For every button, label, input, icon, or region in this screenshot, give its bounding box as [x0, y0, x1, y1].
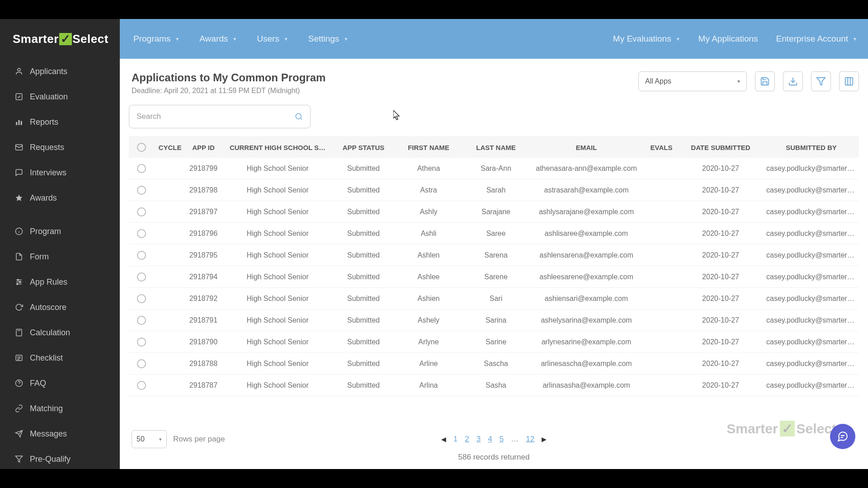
col-status[interactable]: APP STATUS — [334, 144, 393, 151]
table-row[interactable]: 2918790High School SeniorSubmittedArlyne… — [129, 331, 859, 353]
table-row[interactable]: 2918787High School SeniorSubmittedArlina… — [129, 375, 859, 396]
sliders-icon — [14, 277, 24, 286]
sidebar-item-label: Messages — [30, 429, 67, 439]
row-checkbox[interactable] — [137, 359, 146, 368]
row-checkbox[interactable] — [137, 229, 146, 238]
col-date[interactable]: DATE SUBMITTED — [678, 144, 764, 151]
cell-submitted-by: casey.podlucky@smarterselect.c — [764, 316, 859, 324]
chat-button[interactable] — [830, 424, 855, 449]
col-email[interactable]: EMAIL — [528, 144, 645, 151]
row-checkbox[interactable] — [137, 294, 146, 303]
cell-email: ashlysarajane@example.com — [528, 208, 645, 216]
cell-date: 2020-10-27 — [678, 230, 764, 238]
sidebar-item-faq[interactable]: FAQ — [0, 371, 120, 396]
sidebar-item-pre-qualify[interactable]: Pre-Qualify — [0, 446, 120, 469]
cell-email: ashlisaree@example.com — [528, 230, 645, 238]
nav-enterprise-account[interactable]: Enterprise Account▼ — [776, 34, 857, 44]
svg-marker-32 — [16, 456, 23, 462]
cell-app-id: 2918792 — [186, 295, 221, 303]
table-row[interactable]: 2918791High School SeniorSubmittedAshely… — [129, 310, 859, 331]
brand-logo: Smarter✓Select — [0, 19, 120, 59]
nav-my-applications[interactable]: My Applications — [698, 34, 758, 44]
sidebar-item-matching[interactable]: Matching — [0, 396, 120, 421]
table-row[interactable]: 2918794High School SeniorSubmittedAshlee… — [129, 266, 859, 288]
col-subby[interactable]: SUBMITTED BY — [764, 144, 859, 151]
row-checkbox[interactable] — [137, 207, 146, 216]
table-row[interactable]: 2918799High School SeniorSubmittedAthena… — [129, 158, 859, 179]
cell-app-id: 2918798 — [186, 186, 221, 194]
page-1[interactable]: 1 — [453, 435, 458, 444]
sidebar-item-messages[interactable]: Messages — [0, 421, 120, 446]
cell-last-name: Sarajane — [464, 208, 528, 216]
cell-status: Submitted — [334, 381, 393, 389]
table-row[interactable]: 2918797High School SeniorSubmittedAshlyS… — [129, 201, 859, 223]
row-checkbox[interactable] — [137, 251, 146, 260]
save-icon[interactable] — [755, 71, 775, 91]
cell-first-name: Ashly — [393, 208, 464, 216]
page-2[interactable]: 2 — [465, 435, 469, 444]
sidebar-item-reports[interactable]: Reports — [0, 109, 120, 135]
table-row[interactable]: 2918792High School SeniorSubmittedAshien… — [129, 288, 859, 310]
search-input[interactable] — [137, 112, 295, 121]
nav-label: Enterprise Account — [776, 34, 848, 44]
page-4[interactable]: 4 — [488, 435, 492, 444]
row-checkbox[interactable] — [137, 164, 146, 173]
col-last[interactable]: LAST NAME — [464, 144, 528, 151]
nav-settings[interactable]: Settings▼ — [308, 34, 349, 44]
page-3[interactable]: 3 — [476, 435, 481, 444]
top-nav: Programs▼Awards▼Users▼Settings▼ My Evalu… — [120, 19, 868, 59]
col-cycle[interactable]: CYCLE — [154, 144, 186, 151]
col-first[interactable]: FIRST NAME — [393, 144, 464, 151]
download-icon[interactable] — [783, 71, 803, 91]
rows-per-page-select[interactable]: 50 ▾ — [132, 430, 167, 448]
nav-users[interactable]: Users▼ — [257, 34, 288, 44]
sidebar-item-awards[interactable]: Awards — [0, 185, 120, 211]
row-checkbox[interactable] — [137, 186, 146, 195]
nav-awards[interactable]: Awards▼ — [199, 34, 237, 44]
page-prev[interactable]: ◀ — [441, 436, 446, 443]
sidebar-item-interviews[interactable]: Interviews — [0, 160, 120, 185]
table-row[interactable]: 2918796High School SeniorSubmittedAshliS… — [129, 223, 859, 244]
sidebar-item-autoscore[interactable]: Autoscore — [0, 295, 120, 320]
page-12[interactable]: 12 — [526, 435, 534, 444]
table-row[interactable]: 2918788High School SeniorSubmittedArline… — [129, 353, 859, 375]
cell-date: 2020-10-27 — [678, 208, 764, 216]
nav-programs[interactable]: Programs▼ — [133, 34, 179, 44]
sidebar-item-app-rules[interactable]: App Rules — [0, 269, 120, 295]
sidebar-item-evaluation[interactable]: Evaluation — [0, 84, 120, 109]
cell-last-name: Sari — [464, 295, 528, 303]
col-evals[interactable]: EVALS — [645, 144, 678, 151]
filter-icon[interactable] — [811, 71, 831, 91]
table-row[interactable]: 2918795High School SeniorSubmittedAshlen… — [129, 244, 859, 266]
row-checkbox[interactable] — [137, 338, 146, 347]
cell-email: astrasarah@example.com — [528, 186, 645, 194]
columns-icon[interactable] — [839, 71, 859, 91]
chat-icon — [14, 168, 24, 177]
row-checkbox[interactable] — [137, 381, 146, 390]
table-row[interactable]: 2918798High School SeniorSubmittedAstraS… — [129, 179, 859, 201]
sidebar-item-applicants[interactable]: Applicants — [0, 59, 120, 84]
page-5[interactable]: 5 — [500, 435, 504, 444]
sidebar-item-form[interactable]: Form — [0, 244, 120, 269]
svg-rect-2 — [16, 122, 17, 125]
search-icon[interactable] — [295, 113, 303, 121]
sidebar-item-program[interactable]: Program — [0, 219, 120, 244]
chevron-down-icon: ▼ — [232, 37, 237, 42]
nav-my-evaluations[interactable]: My Evaluations▼ — [613, 34, 680, 44]
row-checkbox[interactable] — [137, 272, 146, 282]
sidebar-item-label: FAQ — [30, 379, 46, 388]
col-app-id[interactable]: APP ID — [186, 144, 221, 151]
sidebar-item-label: Applicants — [30, 67, 67, 76]
col-school[interactable]: CURRENT HIGH SCHOOL S… — [221, 144, 334, 151]
sidebar-item-requests[interactable]: Requests — [0, 135, 120, 160]
sidebar-item-label: Matching — [30, 404, 63, 413]
sidebar-item-calculation[interactable]: Calculation — [0, 320, 120, 345]
sidebar-item-label: Interviews — [30, 168, 66, 178]
page-next[interactable]: ▶ — [542, 436, 547, 443]
cell-submitted-by: casey.podlucky@smarterselect.c — [764, 230, 859, 238]
filter-apps-select[interactable]: All Apps ▾ — [638, 71, 747, 91]
cell-email: arlinesascha@example.com — [528, 360, 645, 368]
row-checkbox[interactable] — [137, 316, 146, 325]
select-all-checkbox[interactable] — [137, 143, 146, 152]
sidebar-item-checklist[interactable]: Checklist — [0, 345, 120, 371]
